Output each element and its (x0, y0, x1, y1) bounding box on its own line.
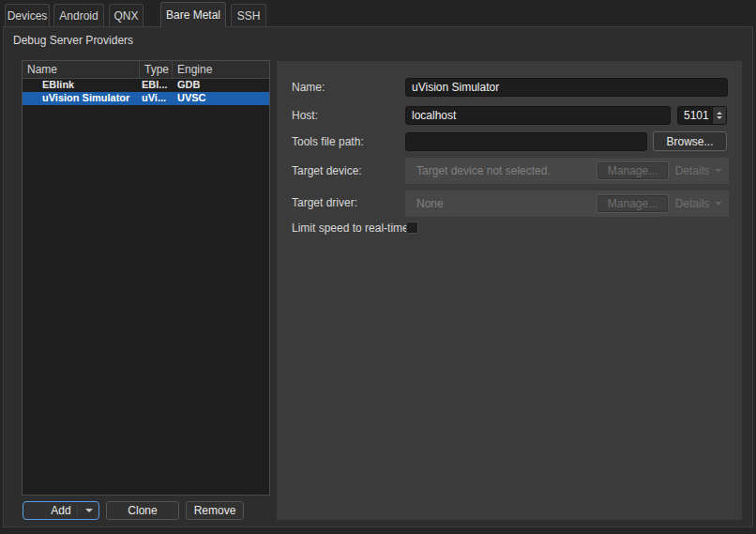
name-label: Name: (292, 81, 325, 94)
device-details-label: Details (675, 164, 710, 177)
table-row-eblink[interactable]: EBlink EBl... GDB (23, 79, 269, 92)
manage-driver-button[interactable]: Manage... (597, 194, 669, 213)
tools-file-path-input[interactable] (405, 132, 647, 151)
spin-down-icon[interactable] (717, 116, 722, 119)
add-button[interactable]: Add (23, 501, 99, 520)
host-label: Host: (292, 109, 318, 122)
remove-button-label: Remove (194, 504, 236, 517)
tab-android-label: Android (59, 9, 98, 23)
chevron-down-icon (715, 202, 722, 206)
clone-button[interactable]: Clone (106, 501, 179, 520)
table-header: Name Type Engine (23, 61, 269, 79)
name-input[interactable] (405, 78, 728, 97)
driver-details-dropdown[interactable]: Details (669, 197, 729, 210)
remove-button[interactable]: Remove (186, 501, 244, 520)
target-driver-value: None (405, 197, 597, 210)
add-button-label: Add (51, 504, 70, 517)
cell-type: EBl... (140, 79, 173, 92)
tab-qnx-label: QNX (113, 9, 138, 23)
port-value: 5101 (678, 109, 712, 122)
port-spinbox[interactable]: 5101 (677, 106, 727, 125)
manage-driver-button-label: Manage... (608, 197, 658, 210)
limit-speed-label: Limit speed to real-time: (292, 221, 412, 235)
cell-type: uVi... (140, 92, 173, 105)
target-device-placeholder: Target device not selected. (405, 164, 597, 177)
provider-details-panel: Name: Host: 5101 Tools file path: Browse… (277, 61, 742, 520)
tab-devices-label: Devices (8, 9, 48, 23)
cell-name: uVision Simulator (23, 92, 140, 105)
driver-details-label: Details (675, 197, 710, 210)
device-details-dropdown[interactable]: Details (669, 164, 729, 177)
target-driver-label: Target driver: (292, 196, 357, 209)
tools-file-path-label: Tools file path: (292, 135, 364, 148)
column-header-name[interactable]: Name (23, 61, 140, 78)
column-header-type[interactable]: Type (140, 61, 173, 78)
tab-bare-metal[interactable]: Bare Metal (160, 2, 226, 27)
cell-engine: UVSC (173, 92, 269, 105)
browse-button-label: Browse... (666, 135, 713, 148)
column-header-engine[interactable]: Engine (173, 61, 269, 78)
table-row-uvision-simulator[interactable]: uVision Simulator uVi... UVSC (23, 92, 269, 105)
target-driver-row: None Manage... Details (405, 191, 729, 217)
tab-bare-metal-label: Bare Metal (166, 8, 220, 22)
tab-ssh-label: SSH (237, 9, 261, 23)
manage-device-button[interactable]: Manage... (597, 161, 669, 180)
browse-button[interactable]: Browse... (653, 131, 727, 151)
target-device-row: Target device not selected. Manage... De… (405, 158, 729, 184)
clone-button-label: Clone (128, 504, 157, 517)
manage-device-button-label: Manage... (608, 164, 658, 177)
bare-metal-pane: Debug Server Providers Name Type Engine … (3, 26, 753, 527)
host-input[interactable] (405, 106, 671, 125)
bare-metal-options-window: Devices Android QNX Bare Metal SSH Debug… (0, 0, 756, 534)
cell-engine: GDB (173, 79, 269, 92)
cell-name: EBlink (23, 79, 140, 92)
spin-buttons[interactable] (712, 107, 726, 124)
button-separator (77, 505, 78, 516)
providers-table: Name Type Engine EBlink EBl... GDB uVisi… (22, 60, 270, 496)
section-title: Debug Server Providers (13, 34, 133, 47)
tab-devices[interactable]: Devices (5, 4, 50, 26)
chevron-down-icon (85, 509, 93, 512)
limit-speed-checkbox[interactable] (406, 221, 418, 234)
tab-qnx[interactable]: QNX (109, 4, 144, 26)
tab-ssh[interactable]: SSH (231, 4, 266, 26)
chevron-down-icon (715, 169, 722, 173)
tab-android[interactable]: Android (53, 4, 104, 26)
spin-up-icon[interactable] (717, 112, 722, 114)
target-device-label: Target device: (292, 164, 362, 177)
